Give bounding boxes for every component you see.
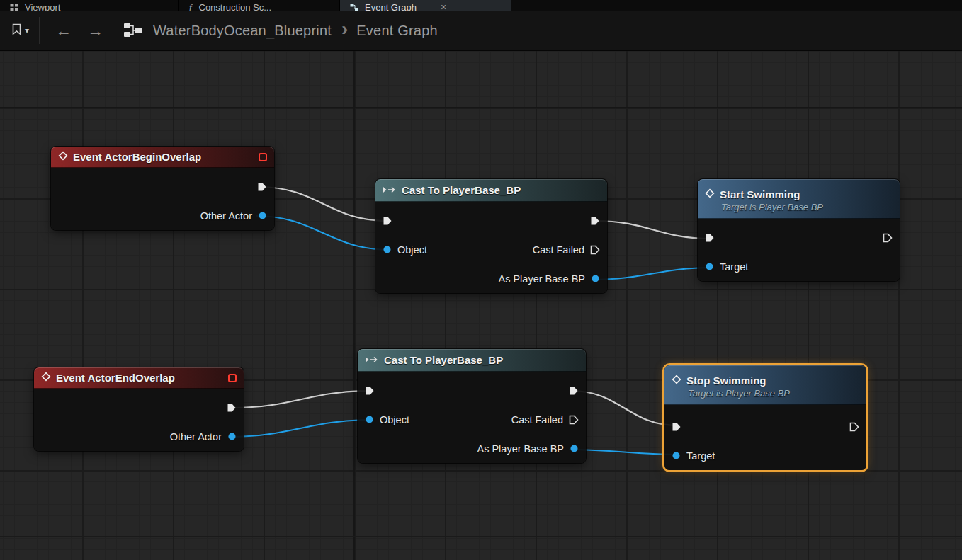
wire-otheractor-to-object[interactable] [256, 216, 390, 250]
function-icon: ƒ [188, 1, 193, 11]
cast-failed-exec-pin[interactable] [590, 245, 600, 255]
node-header: Start Swimming Target is Player Base BP [698, 179, 900, 219]
document-tabbar: Viewport ƒ Construction Sc... Event Grap… [0, 0, 962, 11]
pin-label-object: Object [397, 244, 427, 256]
wire-otheractor-to-object-2[interactable] [228, 420, 373, 437]
function-event-icon [705, 188, 715, 201]
forward-button[interactable]: → [87, 23, 103, 39]
node-title: Cast To PlayerBase_BP [402, 184, 521, 196]
wire-cast-to-startswimming[interactable] [595, 221, 711, 239]
close-tab-icon[interactable]: × [441, 1, 446, 11]
breadcrumb-root[interactable]: WaterBodyOcean_Blueprint [153, 23, 332, 39]
toolbar-separator [39, 17, 40, 44]
target-pin[interactable] [705, 262, 714, 271]
tab-construction-script[interactable]: ƒ Construction Sc... [179, 0, 340, 11]
graph-toolbar: ▾ ← → WaterBodyOcean_Blueprint › Event G… [0, 11, 962, 51]
event-icon [41, 372, 51, 384]
node-cast-to-playerbase-bottom[interactable]: Cast To PlayerBase_BP Obj [358, 349, 586, 463]
pin-label-object: Object [380, 414, 409, 425]
node-header: Stop Swimming Target is Player Base BP [664, 365, 866, 405]
tab-label: Event Graph [365, 2, 417, 11]
cast-failed-exec-pin[interactable] [569, 415, 579, 425]
pin-label-cast-failed: Cast Failed [511, 414, 563, 425]
node-header: Cast To PlayerBase_BP [375, 179, 607, 202]
node-header: Cast To PlayerBase_BP [358, 349, 586, 372]
node-title: Event ActorEndOverlap [56, 372, 175, 384]
exec-in-pin[interactable] [383, 216, 392, 226]
exec-out-pin[interactable] [849, 422, 859, 432]
node-header: Event ActorBeginOverlap [51, 147, 274, 168]
exec-out-pin[interactable] [590, 216, 600, 226]
event-bind-icon [259, 153, 267, 161]
breadcrumb-separator: › [341, 19, 348, 39]
node-event-actorendoverlap[interactable]: Event ActorEndOverlap Other Actor [34, 367, 244, 451]
pin-label-as-player-base-bp: As Player Base BP [499, 273, 586, 285]
other-actor-pin[interactable] [258, 211, 267, 220]
wire-cast-to-stopswimming[interactable] [572, 391, 677, 425]
viewport-icon [10, 4, 19, 11]
node-subtitle: Target is Player Base BP [688, 388, 859, 399]
tab-event-graph[interactable]: Event Graph × [340, 0, 511, 11]
tab-label: Construction Sc... [199, 2, 272, 11]
pin-label-target: Target [686, 450, 715, 462]
node-title: Event ActorBeginOverlap [73, 151, 201, 163]
as-player-base-bp-pin[interactable] [570, 444, 579, 453]
event-icon [58, 151, 68, 164]
wire-exec-end-to-cast[interactable] [232, 391, 371, 408]
node-start-swimming[interactable]: Start Swimming Target is Player Base BP [698, 179, 900, 281]
cast-icon [383, 184, 397, 197]
exec-in-pin[interactable] [365, 386, 375, 396]
exec-out-pin[interactable] [569, 386, 579, 396]
node-stop-swimming[interactable]: Stop Swimming Target is Player Base BP [664, 365, 866, 470]
pin-label-cast-failed: Cast Failed [533, 244, 584, 256]
exec-out-pin[interactable] [883, 233, 893, 243]
exec-out-pin[interactable] [257, 182, 267, 192]
event-graph-canvas[interactable]: Event ActorBeginOverlap Other Actor [0, 51, 962, 560]
tab-label: Viewport [25, 2, 60, 11]
exec-in-pin[interactable] [705, 233, 715, 243]
graph-icon [350, 4, 359, 11]
node-subtitle: Target is Player Base BP [721, 202, 893, 212]
chevron-down-icon: ▾ [25, 25, 29, 35]
node-event-actorbeginoverlap[interactable]: Event ActorBeginOverlap Other Actor [51, 147, 274, 230]
blueprint-graph-icon [123, 23, 143, 38]
exec-in-pin[interactable] [672, 422, 681, 432]
wire-asplayer-to-target[interactable] [592, 268, 713, 280]
exec-out-pin[interactable] [227, 403, 237, 413]
object-pin[interactable] [365, 415, 374, 424]
object-pin[interactable] [383, 245, 392, 254]
blueprint-editor-window: Viewport ƒ Construction Sc... Event Grap… [0, 0, 962, 560]
back-button[interactable]: ← [55, 23, 72, 39]
pin-label-as-player-base-bp: As Player Base BP [477, 443, 565, 455]
bookmarks-button[interactable]: ▾ [0, 11, 39, 50]
pin-label-other-actor: Other Actor [200, 210, 252, 222]
as-player-base-bp-pin[interactable] [591, 274, 600, 283]
node-cast-to-playerbase-top[interactable]: Cast To PlayerBase_BP Obj [375, 179, 607, 293]
tab-viewport[interactable]: Viewport [0, 0, 179, 11]
node-title: Stop Swimming [686, 375, 766, 387]
cast-icon [365, 354, 379, 367]
wire-layer [0, 51, 962, 560]
node-header: Event ActorEndOverlap [34, 367, 244, 389]
event-bind-icon [228, 374, 237, 382]
target-pin[interactable] [672, 451, 681, 460]
node-title: Start Swimming [720, 188, 800, 200]
bookmark-icon [11, 23, 22, 38]
wire-exec-begin-to-cast[interactable] [259, 187, 388, 221]
pin-label-other-actor: Other Actor [170, 431, 222, 442]
breadcrumb-current[interactable]: Event Graph [356, 23, 438, 39]
function-event-icon [672, 375, 681, 387]
other-actor-pin[interactable] [227, 432, 237, 441]
pin-label-target: Target [720, 261, 748, 273]
node-title: Cast To PlayerBase_BP [384, 354, 503, 366]
